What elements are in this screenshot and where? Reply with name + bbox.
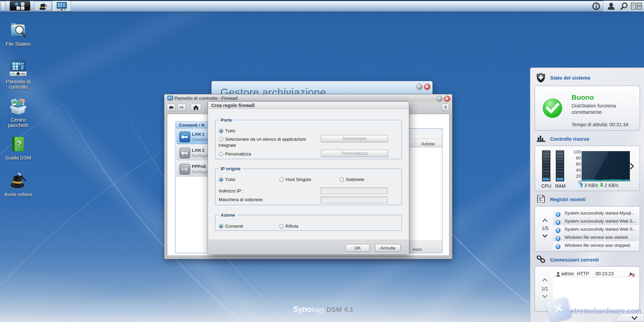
svg-text:?: ?: [17, 139, 22, 148]
